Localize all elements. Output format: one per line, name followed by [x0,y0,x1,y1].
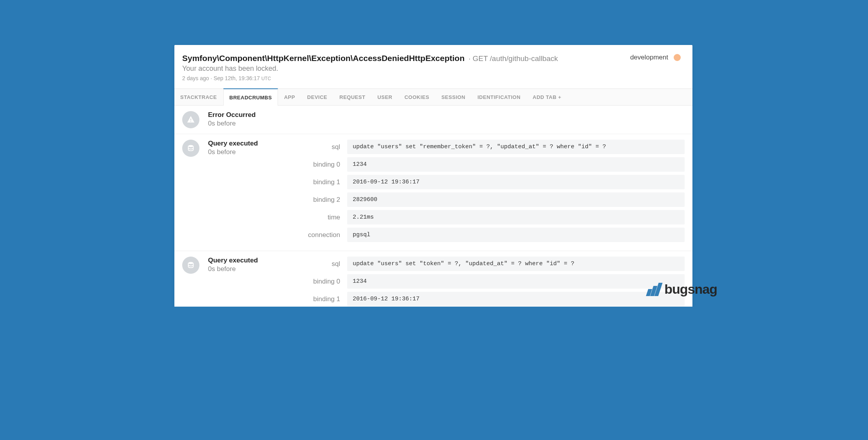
environment-dot-icon [674,54,681,61]
breadcrumb-details: sqlupdate "users" set "remember_token" =… [274,140,685,245]
tab-device[interactable]: DEVICE [301,89,334,105]
detail-label: binding 2 [274,192,347,207]
detail-value: 2016-09-12 19:36:17 [347,292,685,306]
database-icon [182,257,199,274]
breadcrumb-title: Query executed [208,257,267,264]
breadcrumb-item: Query executed0s beforesqlupdate "users"… [174,134,692,251]
detail-row: binding 12016-09-12 19:36:17 [274,292,685,306]
detail-label: connection [274,228,347,242]
detail-value: 1234 [347,157,685,172]
detail-row: binding 01234 [274,157,685,172]
detail-row: time2.21ms [274,210,685,224]
environment-label: development [630,54,668,61]
error-message: Your account has been locked. [182,65,681,73]
detail-value: 2829600 [347,192,685,207]
tab-breadcrumbs[interactable]: BREADCRUMBS [223,88,278,106]
svg-rect-1 [190,121,191,122]
bugsnag-text: bugsnag [664,282,717,297]
tab-identification[interactable]: IDENTIFICATION [472,89,527,105]
detail-value: 2.21ms [347,210,685,224]
breadcrumb-time: 0s before [208,120,267,128]
environment-badge: development [630,54,681,61]
tabs-bar: STACKTRACEBREADCRUMBSAPPDEVICEREQUESTUSE… [174,88,692,106]
detail-row: binding 12016-09-12 19:36:17 [274,175,685,189]
error-header: Symfony\Component\HttpKernel\Exception\A… [174,45,692,88]
exception-name: Symfony\Component\HttpKernel\Exception\A… [182,54,464,63]
breadcrumb-title: Query executed [208,140,267,147]
bugsnag-logo: bugsnag [647,282,717,297]
detail-row: sqlupdate "users" set "remember_token" =… [274,140,685,154]
detail-label: binding 1 [274,175,347,189]
tab-request[interactable]: REQUEST [334,89,371,105]
svg-rect-0 [190,119,191,120]
detail-value: 1234 [347,274,685,289]
timestamp-row: 2 days ago · Sep 12th, 19:36:17 UTC [182,75,681,81]
detail-row: connectionpgsql [274,228,685,242]
svg-point-2 [188,145,194,147]
tab-session[interactable]: SESSION [436,89,472,105]
detail-label: sql [274,257,347,271]
detail-label: binding 0 [274,274,347,289]
tab-cookies[interactable]: COOKIES [398,89,435,105]
tab-stacktrace[interactable]: STACKTRACE [174,89,223,105]
tab-user[interactable]: USER [371,89,398,105]
breadcrumb-time: 0s before [208,265,267,273]
http-method-path: · GET /auth/github-callback [468,54,558,63]
detail-row: binding 01234 [274,274,685,289]
detail-row: binding 22829600 [274,192,685,207]
breadcrumb-item: Error Occurred0s before [174,106,692,134]
bugsnag-bars-icon [647,283,661,296]
breadcrumb-title: Error Occurred [208,111,267,119]
detail-value: update "users" set "remember_token" = ?,… [347,140,685,154]
detail-label: binding 1 [274,292,347,306]
svg-point-3 [188,262,194,264]
breadcrumb-time: 0s before [208,148,267,156]
warning-icon [182,111,199,128]
breadcrumb-list: Error Occurred0s beforeQuery executed0s … [174,106,692,307]
detail-label: binding 0 [274,157,347,172]
detail-label: time [274,210,347,224]
detail-value: pgsql [347,228,685,242]
detail-value: update "users" set "token" = ?, "updated… [347,257,685,271]
database-icon [182,140,199,157]
detail-label: sql [274,140,347,154]
error-detail-panel: Symfony\Component\HttpKernel\Exception\A… [174,45,692,307]
detail-value: 2016-09-12 19:36:17 [347,175,685,189]
tab-app[interactable]: APP [278,89,301,105]
breadcrumb-item: Query executed0s beforesqlupdate "users"… [174,251,692,307]
tab-add-tab-[interactable]: ADD TAB + [527,89,567,105]
breadcrumb-details: sqlupdate "users" set "token" = ?, "upda… [274,257,685,307]
detail-row: sqlupdate "users" set "token" = ?, "upda… [274,257,685,271]
